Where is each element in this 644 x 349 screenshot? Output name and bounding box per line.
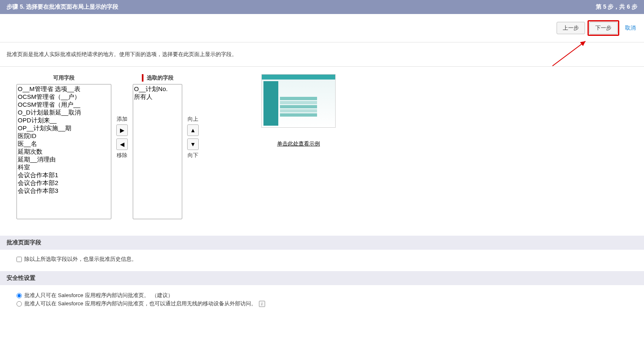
move-down-button[interactable]: ▼ (187, 138, 199, 150)
section-header-fields: 批准页面字段 (0, 236, 644, 250)
description-text: 批准页面是批准人实际批准或拒绝请求的地方。使用下面的选项，选择要在此页面上显示的… (0, 42, 644, 67)
security-option-1[interactable]: 批准人只可在 Salesforce 应用程序内部访问批准页。 （建议） (16, 292, 628, 299)
selected-column: 选取的字段 O__计划No.所有人 (133, 74, 182, 219)
list-item[interactable]: OP__计划实施__期 (18, 124, 110, 132)
available-header: 可用字段 (53, 74, 75, 82)
down-label: 向下 (188, 152, 198, 159)
available-column: 可用字段 O__M管理省 选项__表OCSM管理省（__户）OCSM管理省（用户… (16, 74, 111, 219)
list-item[interactable]: 会议合作本部1 (18, 171, 110, 179)
list-item[interactable]: OCSM管理省（用户__ (18, 101, 110, 109)
list-item[interactable]: OPD计划来__ (18, 117, 110, 124)
field-picker: 可用字段 O__M管理省 选项__表OCSM管理省（__户）OCSM管理省（用户… (0, 67, 644, 236)
wizard-step-header: 步骤 5. 选择要在批准页面布局上显示的字段 第 5 步，共 6 步 (0, 0, 644, 14)
next-highlight: 下一步 (588, 20, 619, 36)
move-up-button[interactable]: ▲ (187, 124, 199, 136)
selected-header: 选取的字段 (142, 74, 174, 82)
security-label-1: 批准人只可在 Salesforce 应用程序内部访问批准页。 (24, 292, 149, 299)
add-label: 添加 (117, 115, 127, 123)
reorder-controls: 向上 ▲ ▼ 向下 (187, 74, 199, 159)
list-item[interactable]: 科室 (18, 164, 110, 171)
selected-fields-listbox[interactable]: O__计划No.所有人 (133, 84, 182, 219)
show-history-checkbox[interactable] (16, 257, 22, 262)
show-history-label: 除以上所选取字段以外，也显示批准历史信息。 (24, 255, 137, 263)
add-remove-controls: 添加 ▶ ◀ 移除 (116, 74, 128, 159)
security-option-2[interactable]: 批准人可以在 Salesforce 应用程序内部访问批准页，也可以通过启用无线的… (16, 300, 628, 307)
list-item[interactable]: 延期次数 (18, 148, 110, 156)
show-history-row[interactable]: 除以上所选取字段以外，也显示批准历史信息。 (16, 255, 628, 263)
list-item[interactable]: 医院ID (18, 132, 110, 140)
arrow-right-icon: ▶ (120, 127, 125, 134)
section-body-security: 批准人只可在 Salesforce 应用程序内部访问批准页。 （建议） 批准人可… (0, 285, 644, 316)
arrow-down-icon: ▼ (190, 141, 196, 148)
cancel-link[interactable]: 取消 (625, 24, 636, 32)
remove-label: 移除 (117, 152, 127, 159)
page-root: 步骤 5. 选择要在批准页面布局上显示的字段 第 5 步，共 6 步 上一步 下… (0, 0, 644, 316)
list-item[interactable]: 会议合作本部3 (18, 187, 110, 195)
example-link[interactable]: 单击此处查看示例 (277, 141, 320, 147)
security-label-1-suffix: （建议） (152, 292, 173, 299)
section-header-security: 安全性设置 (0, 271, 644, 285)
security-label-2: 批准人可以在 Salesforce 应用程序内部访问批准页，也可以通过启用无线的… (24, 300, 256, 307)
list-item[interactable]: 医__名 (18, 140, 110, 148)
security-radio-external[interactable] (16, 301, 22, 307)
list-item[interactable]: OCSM管理省（__户） (18, 93, 110, 101)
info-icon[interactable]: i (259, 301, 265, 307)
available-fields-listbox[interactable]: O__M管理省 选项__表OCSM管理省（__户）OCSM管理省（用户__O_D… (16, 84, 111, 219)
step-title: 步骤 5. 选择要在批准页面布局上显示的字段 (7, 3, 118, 11)
next-button[interactable]: 下一步 (589, 22, 618, 34)
list-item[interactable]: 会议合作本部2 (18, 179, 110, 187)
list-item[interactable]: 所有人 (134, 93, 181, 101)
add-button[interactable]: ▶ (116, 124, 128, 136)
section-body-fields: 除以上所选取字段以外，也显示批准历史信息。 (0, 250, 644, 271)
example-column: 单击此处查看示例 (261, 74, 336, 148)
remove-button[interactable]: ◀ (116, 138, 128, 150)
arrow-up-icon: ▲ (190, 127, 196, 134)
list-item[interactable]: O_D计划最新延__取消 (18, 109, 110, 117)
up-label: 向上 (188, 115, 198, 123)
list-item[interactable]: O__M管理省 选项__表 (18, 85, 110, 93)
prev-button[interactable]: 上一步 (557, 22, 585, 34)
nav-bar: 上一步 下一步 取消 (0, 14, 644, 42)
list-item[interactable]: 延期__消理由 (18, 156, 110, 164)
list-item[interactable]: O__计划No. (134, 85, 181, 93)
example-thumbnail[interactable] (261, 74, 336, 128)
arrow-left-icon: ◀ (120, 141, 125, 148)
step-indicator: 第 5 步，共 6 步 (596, 3, 637, 11)
security-radio-internal[interactable] (16, 293, 22, 298)
